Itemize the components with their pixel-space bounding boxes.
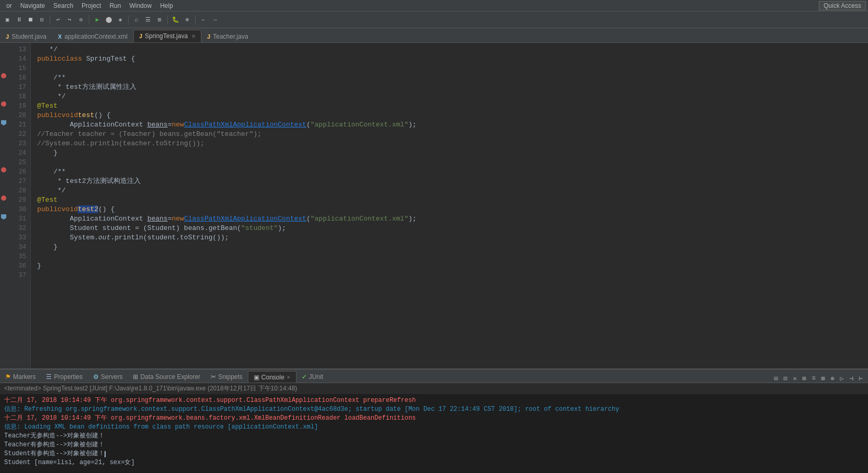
console-tab-close[interactable]: ✕ — [287, 375, 291, 380]
toolbar-sep2 — [89, 15, 89, 25]
line-number-16: 16 — [12, 73, 26, 83]
gutter-line-26[interactable] — [0, 165, 7, 175]
markers-label: Markers — [13, 373, 36, 380]
gutter-line-28[interactable] — [0, 184, 7, 193]
panel-close-btn[interactable]: ✕ — [791, 374, 799, 383]
code-line-34: } — [37, 243, 868, 252]
bookmark-marker — [1, 120, 6, 125]
gutter-line-16[interactable] — [0, 71, 7, 80]
gutter-line-30[interactable] — [0, 203, 7, 212]
datasource-icon: ⊞ — [133, 373, 138, 380]
menu-item-project[interactable]: Project — [77, 0, 105, 11]
tab-teacher-java[interactable]: J Teacher.java — [201, 30, 254, 42]
breakpoint-marker — [1, 195, 6, 201]
tab-springtest-java[interactable]: J SpringTest.java ✕ — [133, 30, 201, 42]
menu-item-search[interactable]: Search — [49, 0, 77, 11]
panel-icon3[interactable]: ⊠ — [819, 374, 827, 383]
code-content[interactable]: */public class SpringTest { /** * test方法… — [31, 43, 868, 368]
panel-tab-servers[interactable]: ⚙ Servers — [88, 371, 128, 383]
gutter-line-20[interactable] — [0, 109, 7, 118]
menu-bar-right: Quick Access — [819, 1, 866, 10]
panel-icon5[interactable]: ▷ — [838, 374, 846, 383]
code-line-21: ApplicationContext beans=new ClassPathXm… — [37, 120, 868, 130]
panel-icon6[interactable]: ⊣ — [847, 374, 855, 383]
menu-item-or[interactable]: or — [2, 0, 16, 11]
panel-icon4[interactable]: ⊕ — [828, 374, 837, 383]
code-line-37 — [37, 271, 868, 280]
menu-item-navigate[interactable]: Navigate — [16, 0, 49, 11]
tab-student-java[interactable]: J Student.java — [0, 30, 52, 42]
tab-teacher-icon: J — [207, 33, 210, 40]
gutter-line-13[interactable] — [0, 43, 7, 52]
menu-item-run[interactable]: Run — [105, 0, 125, 11]
menu-item-window[interactable]: Window — [125, 0, 156, 11]
toolbar-icon8[interactable]: ⊕ — [182, 15, 192, 25]
menu-item-help[interactable]: Help — [156, 0, 177, 11]
toolbar-new-btn[interactable]: ▣ — [2, 15, 13, 25]
gutter-line-29[interactable] — [0, 193, 7, 203]
line-number-28: 28 — [12, 186, 26, 195]
toolbar-icon5[interactable]: ⌂ — [131, 15, 142, 25]
panel-icon1[interactable]: ⊞ — [800, 374, 808, 383]
line-number-18: 18 — [12, 92, 26, 101]
toolbar-icon4[interactable]: ◈ — [115, 15, 125, 25]
tab-springtest-close[interactable]: ✕ — [191, 33, 196, 39]
gutter-line-14[interactable] — [0, 52, 7, 62]
gutter-line-32[interactable] — [0, 222, 7, 231]
gutter-line-21[interactable] — [0, 118, 7, 128]
gutter-line-34[interactable] — [0, 240, 7, 250]
toolbar-back-btn[interactable]: ← — [198, 15, 209, 25]
code-line-19: @Test — [37, 101, 868, 111]
code-line-26: /** — [37, 167, 868, 177]
line-number-23: 23 — [12, 139, 26, 148]
code-line-25 — [37, 158, 868, 167]
toolbar-icon1[interactable]: ⊡ — [37, 15, 47, 25]
panel-icon7[interactable]: ⊢ — [856, 374, 865, 383]
menu-bar: or Navigate Search Project Run Window He… — [0, 0, 868, 11]
toolbar-run-btn[interactable]: ▶ — [92, 15, 102, 25]
tab-teacher-label: Teacher.java — [213, 33, 248, 40]
gutter-line-35[interactable] — [0, 250, 7, 259]
panel-tab-snippets[interactable]: ✂ Snippets — [205, 371, 248, 383]
panel-tab-properties[interactable]: ☰ Properties — [41, 371, 88, 383]
line-number-19: 19 — [12, 101, 26, 111]
datasource-label: Data Source Explorer — [140, 373, 200, 380]
toolbar-icon3[interactable]: ⬤ — [104, 15, 114, 25]
panel-minimize-btn[interactable]: ⊟ — [772, 374, 780, 383]
gutter-line-36[interactable] — [0, 259, 7, 269]
gutter-line-18[interactable] — [0, 90, 7, 99]
code-line-27: * test2方法测试构造注入 — [37, 177, 868, 186]
tab-applicationcontext-icon: X — [58, 33, 62, 40]
panel-icon2[interactable]: ≡ — [809, 374, 818, 383]
code-line-36: } — [37, 261, 868, 271]
gutter-line-27[interactable] — [0, 175, 7, 184]
code-area[interactable]: 1314151617181920212223242526272829303132… — [0, 43, 868, 368]
gutter-line-22[interactable] — [0, 128, 7, 137]
panel-maximize-btn[interactable]: ⊡ — [781, 374, 790, 383]
toolbar-forward-btn[interactable]: → — [210, 15, 220, 25]
toolbar-undo-btn[interactable]: ↩ — [53, 15, 63, 25]
toolbar-debug-btn[interactable]: 🐛 — [170, 15, 181, 25]
gutter-line-19[interactable] — [0, 99, 7, 109]
panel-tab-markers[interactable]: ⚑ Markers — [0, 371, 41, 383]
gutter-line-37[interactable] — [0, 269, 7, 278]
gutter-line-33[interactable] — [0, 231, 7, 240]
toolbar-icon7[interactable]: ⊞ — [154, 15, 165, 25]
gutter-line-17[interactable] — [0, 80, 7, 90]
gutter-line-24[interactable] — [0, 146, 7, 156]
gutter-line-31[interactable] — [0, 212, 7, 222]
toolbar-pause-btn[interactable]: ⏸ — [14, 15, 24, 25]
quick-access-input[interactable]: Quick Access — [819, 1, 866, 10]
toolbar-icon2[interactable]: ⊙ — [76, 15, 86, 25]
panel-tab-junit[interactable]: ✓ JUnit — [296, 371, 328, 383]
tab-applicationcontext-xml[interactable]: X applicationContext.xml — [52, 30, 133, 42]
toolbar-redo-btn[interactable]: ↪ — [64, 15, 75, 25]
line-number-30: 30 — [12, 205, 26, 214]
toolbar-icon6[interactable]: ☰ — [143, 15, 153, 25]
gutter-line-23[interactable] — [0, 137, 7, 146]
gutter-line-15[interactable] — [0, 62, 7, 71]
panel-tab-datasource[interactable]: ⊞ Data Source Explorer — [128, 371, 205, 383]
toolbar-stop-btn[interactable]: ⏹ — [25, 15, 36, 25]
gutter-line-25[interactable] — [0, 156, 7, 165]
panel-tab-console[interactable]: ▣ Console ✕ — [248, 371, 296, 383]
